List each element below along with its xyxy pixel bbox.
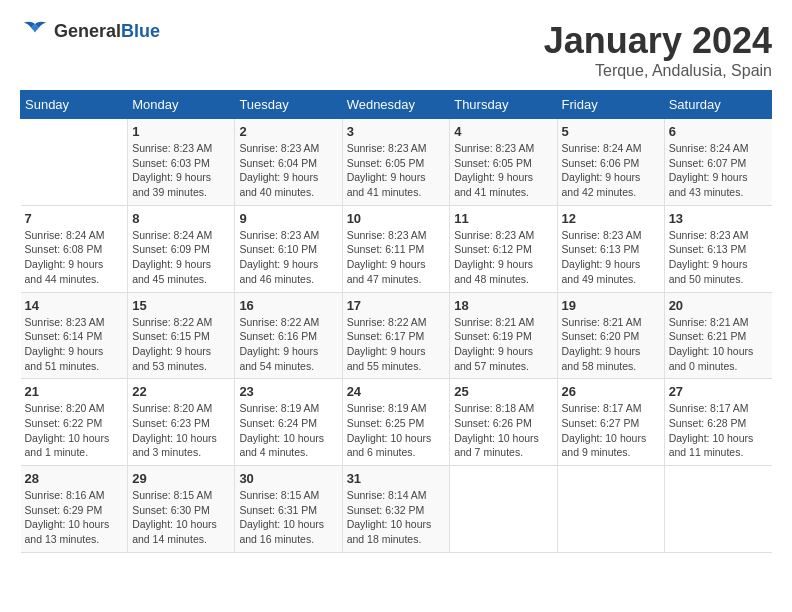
calendar-cell: 27Sunrise: 8:17 AM Sunset: 6:28 PM Dayli…: [664, 379, 771, 466]
calendar-cell: 9Sunrise: 8:23 AM Sunset: 6:10 PM Daylig…: [235, 205, 342, 292]
logo: GeneralBlue: [20, 20, 160, 42]
calendar-cell: 11Sunrise: 8:23 AM Sunset: 6:12 PM Dayli…: [450, 205, 557, 292]
logo-blue: Blue: [121, 21, 160, 41]
calendar-cell: 6Sunrise: 8:24 AM Sunset: 6:07 PM Daylig…: [664, 119, 771, 206]
day-info: Sunrise: 8:24 AM Sunset: 6:07 PM Dayligh…: [669, 141, 768, 200]
week-row-2: 7Sunrise: 8:24 AM Sunset: 6:08 PM Daylig…: [21, 205, 772, 292]
header-row: Sunday Monday Tuesday Wednesday Thursday…: [21, 91, 772, 119]
calendar-cell: 22Sunrise: 8:20 AM Sunset: 6:23 PM Dayli…: [128, 379, 235, 466]
day-info: Sunrise: 8:23 AM Sunset: 6:13 PM Dayligh…: [669, 228, 768, 287]
calendar-cell: 31Sunrise: 8:14 AM Sunset: 6:32 PM Dayli…: [342, 466, 450, 553]
day-info: Sunrise: 8:20 AM Sunset: 6:23 PM Dayligh…: [132, 401, 230, 460]
day-number: 9: [239, 211, 337, 226]
day-number: 27: [669, 384, 768, 399]
calendar-cell: [21, 119, 128, 206]
day-number: 24: [347, 384, 446, 399]
day-number: 23: [239, 384, 337, 399]
calendar-cell: 2Sunrise: 8:23 AM Sunset: 6:04 PM Daylig…: [235, 119, 342, 206]
day-info: Sunrise: 8:23 AM Sunset: 6:14 PM Dayligh…: [25, 315, 124, 374]
calendar-cell: 24Sunrise: 8:19 AM Sunset: 6:25 PM Dayli…: [342, 379, 450, 466]
logo-text: GeneralBlue: [54, 21, 160, 42]
calendar-cell: 18Sunrise: 8:21 AM Sunset: 6:19 PM Dayli…: [450, 292, 557, 379]
day-number: 29: [132, 471, 230, 486]
calendar-cell: 4Sunrise: 8:23 AM Sunset: 6:05 PM Daylig…: [450, 119, 557, 206]
day-number: 22: [132, 384, 230, 399]
col-monday: Monday: [128, 91, 235, 119]
day-number: 5: [562, 124, 660, 139]
day-number: 3: [347, 124, 446, 139]
day-info: Sunrise: 8:23 AM Sunset: 6:10 PM Dayligh…: [239, 228, 337, 287]
day-number: 2: [239, 124, 337, 139]
day-number: 11: [454, 211, 552, 226]
day-number: 6: [669, 124, 768, 139]
day-info: Sunrise: 8:22 AM Sunset: 6:16 PM Dayligh…: [239, 315, 337, 374]
day-info: Sunrise: 8:20 AM Sunset: 6:22 PM Dayligh…: [25, 401, 124, 460]
day-info: Sunrise: 8:24 AM Sunset: 6:06 PM Dayligh…: [562, 141, 660, 200]
day-info: Sunrise: 8:16 AM Sunset: 6:29 PM Dayligh…: [25, 488, 124, 547]
calendar-header: Sunday Monday Tuesday Wednesday Thursday…: [21, 91, 772, 119]
calendar-cell: 14Sunrise: 8:23 AM Sunset: 6:14 PM Dayli…: [21, 292, 128, 379]
day-number: 12: [562, 211, 660, 226]
day-number: 31: [347, 471, 446, 486]
col-friday: Friday: [557, 91, 664, 119]
week-row-3: 14Sunrise: 8:23 AM Sunset: 6:14 PM Dayli…: [21, 292, 772, 379]
calendar-cell: 29Sunrise: 8:15 AM Sunset: 6:30 PM Dayli…: [128, 466, 235, 553]
col-tuesday: Tuesday: [235, 91, 342, 119]
day-number: 25: [454, 384, 552, 399]
page-header: GeneralBlue January 2024 Terque, Andalus…: [20, 20, 772, 80]
calendar-cell: 10Sunrise: 8:23 AM Sunset: 6:11 PM Dayli…: [342, 205, 450, 292]
day-number: 1: [132, 124, 230, 139]
day-info: Sunrise: 8:15 AM Sunset: 6:31 PM Dayligh…: [239, 488, 337, 547]
day-info: Sunrise: 8:24 AM Sunset: 6:08 PM Dayligh…: [25, 228, 124, 287]
location: Terque, Andalusia, Spain: [544, 62, 772, 80]
day-info: Sunrise: 8:23 AM Sunset: 6:05 PM Dayligh…: [454, 141, 552, 200]
day-info: Sunrise: 8:21 AM Sunset: 6:19 PM Dayligh…: [454, 315, 552, 374]
day-info: Sunrise: 8:17 AM Sunset: 6:27 PM Dayligh…: [562, 401, 660, 460]
day-info: Sunrise: 8:15 AM Sunset: 6:30 PM Dayligh…: [132, 488, 230, 547]
calendar-cell: 26Sunrise: 8:17 AM Sunset: 6:27 PM Dayli…: [557, 379, 664, 466]
calendar-cell: [664, 466, 771, 553]
title-section: January 2024 Terque, Andalusia, Spain: [544, 20, 772, 80]
logo-bird-icon: [20, 20, 50, 42]
calendar-cell: 5Sunrise: 8:24 AM Sunset: 6:06 PM Daylig…: [557, 119, 664, 206]
col-sunday: Sunday: [21, 91, 128, 119]
day-info: Sunrise: 8:23 AM Sunset: 6:11 PM Dayligh…: [347, 228, 446, 287]
calendar-cell: 1Sunrise: 8:23 AM Sunset: 6:03 PM Daylig…: [128, 119, 235, 206]
day-info: Sunrise: 8:19 AM Sunset: 6:25 PM Dayligh…: [347, 401, 446, 460]
calendar-cell: 28Sunrise: 8:16 AM Sunset: 6:29 PM Dayli…: [21, 466, 128, 553]
day-info: Sunrise: 8:23 AM Sunset: 6:13 PM Dayligh…: [562, 228, 660, 287]
day-number: 18: [454, 298, 552, 313]
day-number: 21: [25, 384, 124, 399]
month-title: January 2024: [544, 20, 772, 62]
day-number: 28: [25, 471, 124, 486]
day-number: 16: [239, 298, 337, 313]
calendar-table: Sunday Monday Tuesday Wednesday Thursday…: [20, 90, 772, 553]
col-wednesday: Wednesday: [342, 91, 450, 119]
calendar-cell: 13Sunrise: 8:23 AM Sunset: 6:13 PM Dayli…: [664, 205, 771, 292]
day-info: Sunrise: 8:22 AM Sunset: 6:17 PM Dayligh…: [347, 315, 446, 374]
day-number: 14: [25, 298, 124, 313]
day-info: Sunrise: 8:23 AM Sunset: 6:12 PM Dayligh…: [454, 228, 552, 287]
col-saturday: Saturday: [664, 91, 771, 119]
day-number: 4: [454, 124, 552, 139]
day-number: 7: [25, 211, 124, 226]
calendar-cell: [557, 466, 664, 553]
calendar-cell: 23Sunrise: 8:19 AM Sunset: 6:24 PM Dayli…: [235, 379, 342, 466]
calendar-cell: 3Sunrise: 8:23 AM Sunset: 6:05 PM Daylig…: [342, 119, 450, 206]
day-number: 26: [562, 384, 660, 399]
calendar-cell: [450, 466, 557, 553]
calendar-cell: 16Sunrise: 8:22 AM Sunset: 6:16 PM Dayli…: [235, 292, 342, 379]
day-number: 8: [132, 211, 230, 226]
calendar-cell: 15Sunrise: 8:22 AM Sunset: 6:15 PM Dayli…: [128, 292, 235, 379]
day-info: Sunrise: 8:23 AM Sunset: 6:03 PM Dayligh…: [132, 141, 230, 200]
col-thursday: Thursday: [450, 91, 557, 119]
week-row-4: 21Sunrise: 8:20 AM Sunset: 6:22 PM Dayli…: [21, 379, 772, 466]
day-info: Sunrise: 8:17 AM Sunset: 6:28 PM Dayligh…: [669, 401, 768, 460]
day-number: 10: [347, 211, 446, 226]
calendar-cell: 12Sunrise: 8:23 AM Sunset: 6:13 PM Dayli…: [557, 205, 664, 292]
day-info: Sunrise: 8:14 AM Sunset: 6:32 PM Dayligh…: [347, 488, 446, 547]
week-row-5: 28Sunrise: 8:16 AM Sunset: 6:29 PM Dayli…: [21, 466, 772, 553]
day-info: Sunrise: 8:22 AM Sunset: 6:15 PM Dayligh…: [132, 315, 230, 374]
day-number: 30: [239, 471, 337, 486]
calendar-cell: 7Sunrise: 8:24 AM Sunset: 6:08 PM Daylig…: [21, 205, 128, 292]
